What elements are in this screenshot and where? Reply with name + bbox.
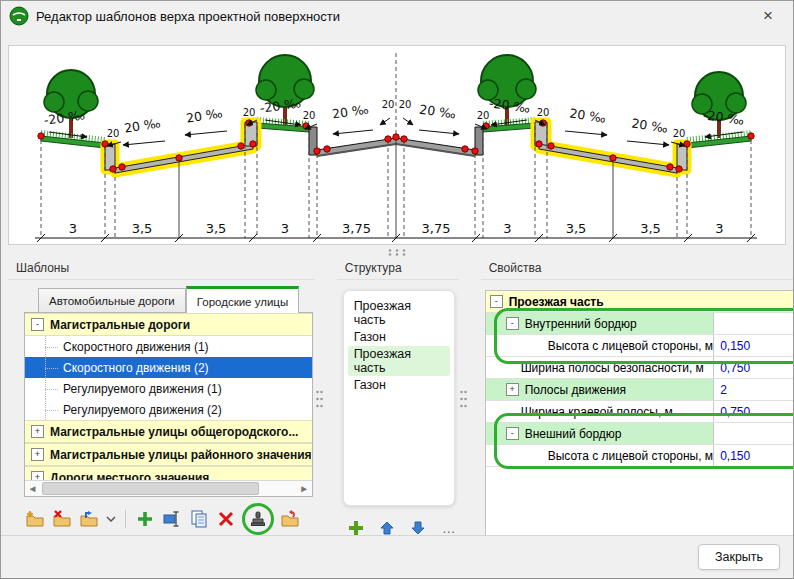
dimension-label: 3 [715, 221, 723, 236]
slope-label: 20 ‰ [418, 102, 457, 122]
node-point[interactable] [536, 141, 542, 147]
horizontal-splitter[interactable] [1, 245, 793, 258]
slope-label: 20 [673, 128, 686, 139]
horizontal-scrollbar[interactable]: ◄ ► [25, 480, 312, 496]
node-point[interactable] [548, 143, 554, 149]
tab-city-streets[interactable]: Городские улицы [186, 286, 299, 313]
node-point[interactable] [748, 133, 754, 139]
collapse-icon[interactable]: - [506, 317, 519, 330]
node-point[interactable] [110, 166, 116, 172]
property-row[interactable]: -Внутренний бордюр [486, 313, 794, 335]
list-item[interactable]: Проезжая часть [348, 298, 450, 328]
move-to-folder-icon[interactable] [78, 508, 100, 530]
paste-to-folder-icon[interactable] [279, 508, 301, 530]
templates-tabs: Автомобильные дороги Городские улицы [38, 286, 315, 312]
collapse-icon[interactable]: - [490, 295, 503, 308]
property-value[interactable]: 0,750 [713, 357, 794, 378]
list-item[interactable]: Газон [348, 377, 450, 393]
property-label: Внутренний бордюр [525, 317, 637, 331]
slope-label: 20 [243, 107, 256, 118]
expand-icon[interactable]: + [31, 425, 44, 438]
cross-section-view[interactable]: 33,53,533,753,7533,53,53-20 ‰2020 ‰20 ‰-… [8, 45, 786, 245]
properties-panel: Свойства -Проезжая часть-Внутренний борд… [481, 258, 794, 539]
tree-item[interactable]: Регулируемого движения (1) [25, 378, 312, 399]
property-row[interactable]: +Полосы движения2 [486, 379, 794, 401]
scroll-left-icon[interactable]: ◄ [25, 483, 40, 494]
node-point[interactable] [393, 134, 399, 140]
collapse-icon[interactable]: - [31, 318, 44, 331]
property-row[interactable]: Ширина краевой полосы, м0,750 [486, 401, 794, 423]
close-button[interactable]: Закрыть [698, 544, 780, 570]
property-row[interactable]: Ширина полосы безопасности, м0,750 [486, 357, 794, 379]
node-point[interactable] [472, 148, 478, 154]
scrollbar-thumb[interactable] [42, 482, 259, 495]
add-icon[interactable] [134, 508, 156, 530]
expand-icon[interactable]: + [31, 471, 44, 480]
list-item[interactable]: Газон [348, 329, 450, 345]
collapse-icon[interactable]: - [506, 427, 519, 440]
tab-automobile-roads[interactable]: Автомобильные дороги [38, 288, 186, 312]
close-icon[interactable]: × [751, 2, 785, 30]
node-point[interactable] [676, 166, 682, 172]
chevron-down-icon[interactable] [105, 508, 117, 530]
expand-icon[interactable]: + [506, 383, 519, 396]
node-point[interactable] [238, 143, 244, 149]
node-point[interactable] [176, 155, 182, 161]
expand-icon[interactable]: + [31, 448, 44, 461]
node-point[interactable] [324, 146, 330, 152]
tree-item[interactable]: Скоростного движения (2) [25, 357, 312, 378]
node-point[interactable] [250, 141, 256, 147]
slope-label: 20 [107, 128, 120, 139]
tree-item-label: Магистральные дороги [50, 318, 190, 332]
assign-template-icon[interactable] [248, 509, 268, 529]
property-value[interactable] [713, 423, 794, 444]
rename-icon[interactable] [161, 508, 183, 530]
slope-arrow [627, 141, 669, 145]
node-point[interactable] [38, 133, 44, 139]
tree-item-label: Скоростного движения (2) [63, 361, 209, 375]
tree-item[interactable]: Регулируемого движения (2) [25, 399, 312, 420]
property-row[interactable]: Высота с лицевой стороны, м0,150 [486, 335, 794, 357]
property-value[interactable] [713, 313, 794, 334]
footer-bar: Закрыть [1, 535, 793, 578]
slope-label: 20 [477, 110, 490, 121]
node-point[interactable] [119, 164, 125, 170]
list-item[interactable]: Проезжая часть [348, 346, 450, 376]
copy-icon[interactable] [188, 508, 210, 530]
window-title: Редактор шаблонов верха проектной поверх… [36, 9, 340, 24]
assign-template-highlight [242, 503, 274, 535]
tree-item[interactable]: Скоростного движения (1) [25, 336, 312, 357]
scroll-right-icon[interactable]: ► [297, 483, 312, 494]
node-point[interactable] [314, 148, 320, 154]
tree-item[interactable]: +Магистральные улицы общегородского... [25, 420, 312, 443]
slope-label: 20 ‰ [185, 105, 224, 126]
node-point[interactable] [667, 164, 673, 170]
property-value[interactable]: 0,150 [713, 335, 794, 356]
property-value[interactable]: 0,750 [713, 401, 794, 422]
property-value[interactable]: 2 [713, 379, 794, 400]
vertical-splitter[interactable] [459, 258, 467, 539]
templates-panel: Шаблоны Автомобильные дороги Городские у… [8, 258, 315, 539]
property-value[interactable] [714, 291, 794, 312]
property-label: Ширина полосы безопасности, м [521, 361, 704, 375]
property-row[interactable]: Высота с лицевой стороны, м0,150 [486, 445, 794, 467]
node-point[interactable] [610, 155, 616, 161]
tree-item[interactable]: -Магистральные дороги [25, 313, 312, 336]
tree-item[interactable]: +Дороги местного значения [25, 466, 312, 480]
node-point[interactable] [401, 136, 407, 142]
node-point[interactable] [385, 136, 391, 142]
delete-icon[interactable] [215, 508, 237, 530]
new-folder-icon[interactable] [24, 508, 46, 530]
slope-label: 20 [399, 99, 412, 110]
node-point[interactable] [462, 146, 468, 152]
property-value[interactable]: 0,150 [713, 445, 794, 466]
property-row[interactable]: -Проезжая часть [486, 291, 794, 313]
templates-tree-box: -Магистральные дорогиСкоростного движени… [24, 312, 313, 497]
app-icon [9, 6, 29, 26]
vertical-splitter[interactable] [315, 258, 323, 539]
property-label: Высота с лицевой стороны, м [548, 339, 714, 353]
tree-item[interactable]: +Магистральные улицы районного значения [25, 443, 312, 466]
delete-folder-icon[interactable] [51, 508, 73, 530]
dimension-label: 3 [281, 221, 289, 236]
property-row[interactable]: -Внешний бордюр [486, 423, 794, 445]
